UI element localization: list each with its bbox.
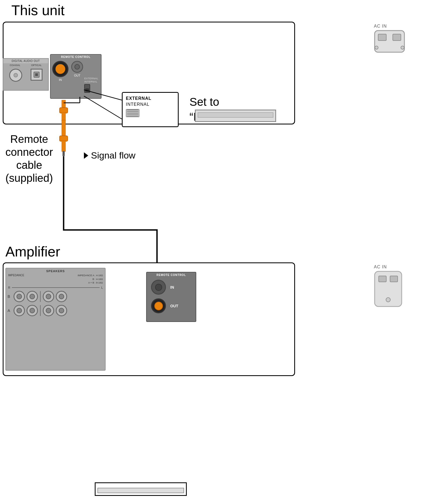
ext-int-external-label: EXTERNAL xyxy=(126,96,175,101)
remote-out-label-unit: OUT xyxy=(74,74,80,77)
svg-rect-7 xyxy=(35,73,38,76)
digital-audio-label: DIGITAL AUDIO OUT xyxy=(3,59,48,63)
ext-int-switch xyxy=(126,109,139,117)
impedance-ab: A + B : 8-16Ω xyxy=(78,281,103,285)
terminal-b-l-plus xyxy=(56,291,67,302)
remote-panel-amplifier: REMOTE CONTROL IN OUT xyxy=(146,272,196,322)
terminal-a-l-minus xyxy=(43,305,54,316)
amp-remote-out-label: OUT xyxy=(170,304,178,308)
speakers-panel: SPEAKERS IMPEDANCE IMPEDANCE A : 4-16Ω B… xyxy=(5,268,106,371)
terminal-a-l-plus xyxy=(56,305,67,316)
terminal-b-r-plus xyxy=(14,291,25,302)
terminal-b-r-minus xyxy=(27,291,38,302)
external-internal-switch-unit: EXTERNAL INTERNAL xyxy=(84,77,98,93)
channel-r-label: R xyxy=(8,286,10,289)
svg-rect-14 xyxy=(60,136,68,141)
remote-panel-unit: REMOTE CONTROL IN OUT EXTERNAL INTERNAL xyxy=(50,54,102,99)
switch-int-label: INTERNAL xyxy=(84,80,97,83)
svg-rect-15 xyxy=(62,141,66,151)
unit-bottom-bar-inner xyxy=(198,112,273,118)
page-title: This unit xyxy=(11,2,65,18)
remote-in-label-unit: IN xyxy=(59,78,62,81)
svg-rect-2 xyxy=(393,34,401,41)
impedance-a: IMPEDANCE A : 4-16Ω xyxy=(78,274,103,278)
optical-connector xyxy=(31,69,42,81)
amplifier-label: Amplifier xyxy=(5,243,60,260)
channel-l-label: L xyxy=(101,286,103,289)
channel-a-label: A xyxy=(8,308,12,313)
svg-point-22 xyxy=(386,298,390,302)
remote-panel-unit-label: REMOTE CONTROL xyxy=(51,55,101,59)
amp-remote-in-connector xyxy=(151,280,166,295)
remote-in-connector-unit xyxy=(52,61,68,77)
svg-point-4 xyxy=(401,46,404,49)
impedance-label: IMPEDANCE xyxy=(8,274,24,285)
signal-flow-label: Signal flow xyxy=(84,150,135,161)
ac-in-label-bottom: AC IN xyxy=(374,265,387,269)
ac-in-connector-top xyxy=(373,29,406,54)
terminal-a-r-minus xyxy=(27,305,38,316)
svg-rect-16 xyxy=(63,151,65,156)
digital-audio-panel: DIGITAL AUDIO OUT COAXIAL OPTICAL xyxy=(3,58,49,91)
svg-rect-1 xyxy=(378,34,386,41)
optical-label: OPTICAL xyxy=(31,64,42,67)
terminal-b-l-minus xyxy=(43,291,54,302)
channel-b-label: B xyxy=(8,294,12,299)
switch-toggle-unit[interactable] xyxy=(84,84,90,93)
speakers-label: SPEAKERS xyxy=(6,268,105,274)
remote-out-connector-unit xyxy=(71,61,83,73)
amp-remote-in-label: IN xyxy=(170,285,174,289)
signal-flow-arrow xyxy=(84,152,88,159)
impedance-b: B : 4-16Ω xyxy=(78,278,103,281)
coaxial-label: COAXIAL xyxy=(10,64,20,67)
ext-int-callout-box: EXTERNAL INTERNAL xyxy=(122,92,179,127)
coaxial-connector xyxy=(9,69,22,82)
cable-label: Remoteconnectorcable(supplied) xyxy=(5,133,53,185)
svg-rect-21 xyxy=(390,276,398,282)
switch-ext-label: EXTERNAL xyxy=(84,77,98,80)
terminal-a-r-plus xyxy=(14,305,25,316)
ac-in-label-top: AC IN xyxy=(374,24,387,29)
ext-int-internal-label: INTERNAL xyxy=(126,102,175,107)
ac-in-connector-bottom xyxy=(373,270,403,308)
remote-panel-amp-label: REMOTE CONTROL xyxy=(147,272,196,278)
svg-point-3 xyxy=(375,46,378,49)
svg-rect-20 xyxy=(379,276,386,282)
amplifier-bottom-bar-inner xyxy=(97,488,184,493)
amp-remote-out-connector xyxy=(151,298,166,313)
